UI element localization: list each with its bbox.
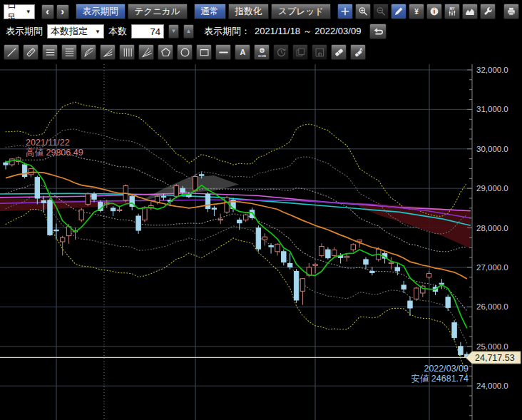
eraser-icon [333,46,345,58]
vertical-lines-tool[interactable] [119,44,135,60]
trendline-tool[interactable] [4,44,19,60]
high-annotation: 2021/11/22 [26,138,70,148]
timeframe-value: 日足 [7,0,23,24]
my-chart-icon: MY [446,6,458,17]
svg-text:ICON: ICON [258,53,266,57]
eraser-tool[interactable] [331,44,347,60]
svg-text:A: A [359,47,363,51]
range-label: 表示期間： [204,25,250,38]
icon-button-group: ¥iMY [337,4,519,19]
draw-button[interactable] [391,4,406,19]
scale-button-group: 通常指数化スプレッド [194,4,331,19]
cloud-down-left [0,198,139,211]
hand-tool [312,44,327,60]
text-tool[interactable]: A [235,44,250,60]
chart-style-button[interactable] [462,4,478,19]
ruler-tool[interactable] [23,44,39,60]
rectangle-tool[interactable] [196,44,212,60]
currency-button[interactable]: ¥ [409,4,424,19]
ellipse-tool[interactable] [177,44,193,60]
technical-button[interactable]: テクニカル [128,4,188,19]
svg-text:26,000.0: 26,000.0 [476,302,508,311]
display-period-button[interactable]: 表示期間 [76,4,126,19]
pencil-icon [393,6,404,17]
area-chart-icon [464,6,476,17]
prev-period-button[interactable]: ‹ [41,4,54,19]
gann-arc-tool[interactable] [81,44,96,60]
zoom-in-button[interactable] [355,4,371,19]
wrench-icon [482,6,493,17]
info-button[interactable]: i [426,4,442,19]
indexed-button[interactable]: 指数化 [228,4,270,19]
parallel-lines-tool[interactable] [42,44,58,60]
history-tool [273,44,289,60]
chevron-left-icon: ‹ [46,6,49,16]
price-chart[interactable]: 32,000.031,000.030,000.029,000.028,000.0… [0,0,522,420]
undo-button[interactable] [369,24,387,39]
view-button-group: 表示期間テクニカル [76,4,188,19]
pentagon-icon [160,46,172,58]
spread-button[interactable]: スプレッド [271,4,331,19]
count-down-button[interactable]: ▼ [168,24,179,39]
undo-icon [372,26,384,38]
low-annotation: 安値 24681.74 [411,374,469,384]
triangle-down-icon: ▼ [171,29,177,34]
next-period-button[interactable]: › [56,4,69,19]
fan-lines-tool[interactable] [100,44,116,60]
dense-lines-tool[interactable] [61,44,77,60]
svg-text:¥: ¥ [414,8,419,16]
high-annotation: 高値 29806.49 [26,148,83,158]
my-chart-button[interactable]: MY [444,4,460,19]
copy-icon [295,46,307,58]
parallel-lines-4-icon [63,46,76,58]
zoom-in-icon [357,6,369,17]
svg-text:31,000.0: 31,000.0 [476,105,508,113]
count-input[interactable] [131,24,164,39]
pentagon-tool[interactable] [158,44,173,60]
angle-lines-icon [140,46,153,58]
timeframe-select[interactable]: 日足 ▼ [4,4,35,19]
svg-text:29,000.0: 29,000.0 [476,184,508,193]
icon-stamp-tool[interactable]: ICON [254,44,270,60]
angle-lines-tool[interactable] [138,44,154,60]
eraser-all-icon: A [352,46,364,58]
parallel-lines-3-icon [44,46,56,58]
chevron-down-icon: ▼ [26,9,31,15]
period-toolbar: 表示期間 本数指定 ▼ 本数 ▼ ▲ 表示期間： 2021/11/18 ～ 20… [0,21,522,41]
count-up-button[interactable]: ▲ [183,24,194,39]
horizontal-line-icon [218,46,230,58]
svg-text:30,000.0: 30,000.0 [476,145,508,153]
period-nav-group: ‹› [41,4,69,19]
triangle-up-icon: ▲ [186,29,192,34]
text-icon: A [237,46,249,58]
svg-text:i: i [434,8,435,15]
ruler-icon [25,46,37,58]
copy-tool [292,44,308,60]
rectangle-icon [198,46,210,58]
zoom-out-button [373,4,389,19]
ellipse-icon [179,46,191,58]
svg-text:25,000.0: 25,000.0 [476,342,508,351]
svg-text:A: A [240,48,245,56]
add-button[interactable] [337,4,353,19]
horizontal-line-tool[interactable] [215,44,231,60]
hand-icon [314,46,326,58]
period-mode-value: 本数指定 [51,25,88,38]
normal-button[interactable]: 通常 [194,4,226,19]
count-label: 本数 [108,25,127,38]
plus-icon [339,6,351,17]
chevron-right-icon: › [61,6,64,16]
fan-lines-icon [102,46,114,58]
svg-text:27,000.0: 27,000.0 [476,263,508,272]
range-value: 2021/11/18 ～ 2022/03/09 [255,25,361,38]
print-button[interactable] [503,4,519,19]
period-mode-select[interactable]: 本数指定 ▼ [47,24,104,39]
erase-all-tool[interactable]: A [350,44,366,60]
svg-text:24,000.0: 24,000.0 [476,381,508,390]
icon-stamp-icon: ICON [256,46,268,58]
svg-text:24,717.53: 24,717.53 [475,353,515,363]
trendline-icon [6,46,18,58]
settings-button[interactable] [480,4,496,19]
main-toolbar: 日足 ▼ ‹› 表示期間テクニカル 通常指数化スプレッド ¥iMY [0,0,522,21]
draw-toolbar: AICONA [0,41,522,63]
